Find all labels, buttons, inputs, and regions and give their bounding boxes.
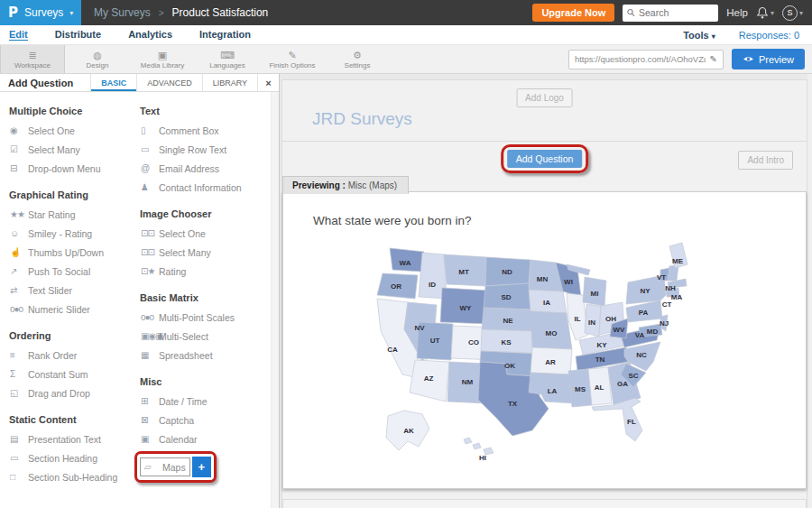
question-type-image-rating[interactable]: ⊡★Rating <box>139 262 270 281</box>
section-divider <box>282 141 807 142</box>
toolbar-workspace[interactable]: ≣Workspace <box>0 45 65 73</box>
global-search[interactable] <box>623 5 718 22</box>
top-navigation-bar: P Surveys ▾ My Surveys > Product Satisfa… <box>0 0 812 25</box>
toolbar-item-label: Languages <box>209 61 245 69</box>
tab-edit[interactable]: Edit <box>9 29 28 41</box>
tab-integration[interactable]: Integration <box>199 29 251 41</box>
state-label-ga: GA <box>617 380 628 388</box>
question-type-section-heading[interactable]: ▭Section Heading <box>8 448 139 467</box>
add-logo-button[interactable]: Add Logo <box>516 88 573 107</box>
question-type-label: Thumbs Up/Down <box>28 247 104 258</box>
numeric-slider-icon: o●o <box>8 304 28 314</box>
upgrade-now-button[interactable]: Upgrade Now <box>532 4 614 22</box>
question-type-multi-point-scales[interactable]: o●oMulti-Point Scales <box>139 308 270 327</box>
toolbar-languages[interactable]: ⌨Languages <box>195 45 260 73</box>
question-type-select-many[interactable]: ☑Select Many <box>8 140 139 159</box>
state-hi[interactable] <box>473 443 481 449</box>
question-type-comment-box[interactable]: ▯Comment Box <box>139 121 270 140</box>
question-type-smiley-rating[interactable]: ☺Smiley - Rating <box>8 224 139 243</box>
presentation-text-icon: ▤ <box>8 434 28 444</box>
us-map[interactable]: WAORCANVIDMTWYUTCOAZNMNDSDNEKSOKTXMNIAMO… <box>363 241 693 474</box>
question-type-label: Rank Order <box>28 350 77 361</box>
add-question-panel: Add Question BASICADVANCEDLIBRARY × Mult… <box>0 74 280 508</box>
topbar-actions: Upgrade Now Help ▾ S ▾ <box>532 4 812 22</box>
question-type-label: Presentation Text <box>28 434 101 445</box>
question-type-image-select-one[interactable]: ⊡⊡Select One <box>139 224 270 243</box>
state-label-pa: PA <box>639 309 649 317</box>
survey-title[interactable]: JRD Surveys <box>312 109 412 129</box>
question-type-image-select-many[interactable]: ⊡⊡Select Many <box>139 243 270 262</box>
question-type-captcha[interactable]: ⊠Captcha <box>139 411 270 429</box>
question-type-star-rating[interactable]: ★★Star Rating <box>8 205 139 224</box>
state-label-sc: SC <box>628 372 638 380</box>
account-menu[interactable]: S ▾ <box>782 5 803 21</box>
search-input[interactable] <box>639 7 714 18</box>
question-type-push-to-social[interactable]: ↗Push To Social <box>8 262 139 281</box>
add-intro-button[interactable]: Add Intro <box>738 151 793 170</box>
panel-tab-library[interactable]: LIBRARY <box>202 74 257 91</box>
question-type-date-time[interactable]: ⊞Date / Time <box>139 392 270 411</box>
state-label-nh: NH <box>665 284 676 292</box>
question-type-spreadsheet[interactable]: ▦Spreadsheet <box>139 346 270 365</box>
question-preview-panel: What state were you born in? WAORCANVIDM… <box>282 191 807 489</box>
question-type-rank-order[interactable]: ≡Rank Order <box>8 346 139 365</box>
question-type-presentation-text[interactable]: ▤Presentation Text <box>8 429 139 448</box>
toolbar-items: ≣Workspace◍Design▣Media Library⌨Language… <box>0 45 390 73</box>
question-type-maps[interactable]: ▱Maps <box>140 457 190 476</box>
tools-menu[interactable]: Tools ▾ <box>683 30 715 41</box>
languages-icon: ⌨ <box>220 50 235 60</box>
main-scrollbar[interactable] <box>807 74 812 508</box>
thumbs-up-down-icon: ☝ <box>8 247 28 257</box>
tab-analytics[interactable]: Analytics <box>128 29 172 41</box>
question-type-text-slider[interactable]: ⇄Text Slider <box>8 281 139 300</box>
breadcrumb-parent[interactable]: My Surveys <box>94 6 151 19</box>
toolbar-settings[interactable]: ⚙Settings <box>325 45 390 73</box>
question-type-calendar[interactable]: ▣Calendar <box>139 429 270 448</box>
state-label-hi: HI <box>479 454 486 462</box>
toolbar-item-label: Workspace <box>14 61 51 69</box>
panel-tab-basic[interactable]: BASIC <box>90 74 136 91</box>
close-panel-button[interactable]: × <box>257 74 279 91</box>
question-type-label: Star Rating <box>28 209 76 220</box>
question-type-section-sub-heading[interactable]: □Section Sub-Heading <box>8 467 139 486</box>
toolbar-media-library[interactable]: ▣Media Library <box>130 45 195 73</box>
survey-url-input[interactable] <box>575 54 706 64</box>
panel-scrollbar[interactable] <box>271 92 279 508</box>
panel-column: Multiple Choice◉Select One☑Select Many⊟D… <box>8 94 139 486</box>
help-link[interactable]: Help <box>726 7 748 18</box>
nav-right: Tools ▾ Responses: 0 <box>683 30 803 41</box>
toolbar-design[interactable]: ◍Design <box>65 45 130 73</box>
state-hi[interactable] <box>464 438 472 444</box>
question-type-label: Maps <box>162 462 186 473</box>
edit-url-icon[interactable]: ✎ <box>709 54 716 64</box>
question-type-thumbs-up-down[interactable]: ☝Thumbs Up/Down <box>8 243 139 262</box>
responses-link[interactable]: Responses: 0 <box>739 30 799 41</box>
question-type-numeric-slider[interactable]: o●oNumeric Slider <box>8 300 139 319</box>
panel-tab-advanced[interactable]: ADVANCED <box>136 74 201 91</box>
add-question-button[interactable]: Add Question <box>507 150 583 168</box>
question-type-email-address[interactable]: @Email Address <box>139 159 270 178</box>
state-label-co: CO <box>468 338 479 346</box>
survey-url-box: ✎ <box>568 50 724 69</box>
question-type-multi-select[interactable]: ▣◉▣Multi-Select <box>139 327 270 346</box>
panel-tabs: BASICADVANCEDLIBRARY <box>90 74 257 91</box>
question-type-contact-information[interactable]: ♟Contact Information <box>139 178 270 197</box>
tab-distribute[interactable]: Distribute <box>55 29 101 41</box>
design-icon: ◍ <box>93 50 102 60</box>
add-maps-question-button[interactable]: + <box>192 457 211 477</box>
product-switcher[interactable]: P Surveys ▾ <box>0 0 81 25</box>
question-type-single-row-text[interactable]: ▭Single Row Text <box>139 140 270 159</box>
question-type-drop-down-menu[interactable]: ⊟Drop-down Menu <box>8 159 139 178</box>
question-type-drag-and-drop[interactable]: ◱Drag and Drop <box>8 383 139 402</box>
state-label-nm: NM <box>462 378 474 386</box>
toolbar-item-label: Finish Options <box>269 61 315 69</box>
question-type-constant-sum[interactable]: ΣConstant Sum <box>8 365 139 383</box>
toolbar-finish-options[interactable]: ✎Finish Options <box>260 45 325 73</box>
spreadsheet-icon: ▦ <box>139 350 159 360</box>
drop-down-menu-icon: ⊟ <box>8 163 28 173</box>
state-label-mt: MT <box>458 268 469 276</box>
preview-button[interactable]: Preview <box>732 49 805 69</box>
question-type-select-one[interactable]: ◉Select One <box>8 121 139 140</box>
notifications-button[interactable]: ▾ <box>756 6 774 19</box>
question-type-label: Drop-down Menu <box>28 163 101 174</box>
